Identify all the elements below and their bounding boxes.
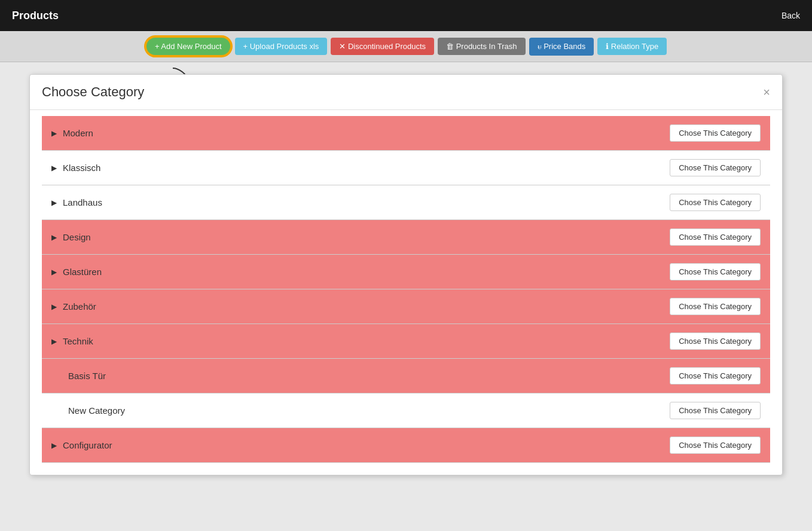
category-row-zubehoer: ▶ZubehörChose This Category (42, 289, 770, 324)
main-area: Choose Category × ▶ModernChose This Cate… (0, 62, 812, 487)
chose-category-button-zubehoer[interactable]: Chose This Category (670, 298, 761, 315)
add-new-product-button[interactable]: + Add New Product (145, 36, 231, 56)
expand-icon-configurator[interactable]: ▶ (51, 441, 57, 450)
category-label-zubehoer: Zubehör (63, 301, 96, 312)
chose-category-button-technik[interactable]: Chose This Category (670, 332, 761, 350)
category-name-glastueren: ▶Glastüren (51, 267, 670, 277)
expand-icon-technik[interactable]: ▶ (51, 337, 57, 346)
top-bar: Products Back (0, 0, 812, 31)
modal-header: Choose Category × (30, 75, 782, 110)
chose-category-button-configurator[interactable]: Chose This Category (670, 437, 761, 454)
chose-category-button-glastueren[interactable]: Chose This Category (670, 263, 761, 280)
category-row-configurator: ▶ConfiguratorChose This Category (42, 428, 770, 463)
category-row-klassisch: ▶KlassischChose This Category (42, 151, 770, 185)
choose-category-modal: Choose Category × ▶ModernChose This Cate… (29, 74, 783, 475)
category-row-landhaus: ▶LandhausChose This Category (42, 185, 770, 220)
chose-category-button-landhaus[interactable]: Chose This Category (670, 194, 761, 211)
discontinued-products-button[interactable]: ✕ Discontinued Products (331, 38, 434, 55)
category-label-design: Design (63, 232, 91, 242)
category-row-basis-tur: Basis TürChose This Category (42, 359, 770, 393)
category-name-technik: ▶Technik (51, 336, 670, 346)
category-name-modern: ▶Modern (51, 128, 670, 138)
back-button[interactable]: Back (782, 11, 800, 20)
expand-icon-zubehoer[interactable]: ▶ (51, 303, 57, 311)
toolbar: + Add New Product + Upload Products xls … (0, 31, 812, 62)
page-title: Products (12, 10, 59, 22)
category-name-configurator: ▶Configurator (51, 440, 670, 450)
expand-icon-modern[interactable]: ▶ (51, 129, 57, 138)
category-row-design: ▶DesignChose This Category (42, 220, 770, 255)
category-name-zubehoer: ▶Zubehör (51, 301, 670, 312)
category-row-glastueren: ▶GlastürenChose This Category (42, 255, 770, 289)
category-label-modern: Modern (63, 128, 93, 138)
expand-icon-klassisch[interactable]: ▶ (51, 164, 57, 172)
category-label-new-category: New Category (68, 405, 125, 416)
category-name-klassisch: ▶Klassisch (51, 163, 670, 173)
category-name-basis-tur: Basis Tür (51, 371, 670, 381)
category-name-design: ▶Design (51, 232, 670, 242)
chose-category-button-design[interactable]: Chose This Category (670, 228, 761, 246)
category-label-landhaus: Landhaus (63, 197, 102, 207)
upload-xls-button[interactable]: + Upload Products xls (235, 38, 328, 55)
category-label-klassisch: Klassisch (63, 163, 100, 173)
category-row-modern: ▶ModernChose This Category (42, 116, 770, 151)
chose-category-button-modern[interactable]: Chose This Category (670, 124, 761, 142)
expand-icon-design[interactable]: ▶ (51, 233, 57, 242)
expand-icon-landhaus[interactable]: ▶ (51, 199, 57, 207)
category-label-technik: Technik (63, 336, 93, 346)
expand-icon-glastueren[interactable]: ▶ (51, 268, 57, 276)
category-row-new-category: New CategoryChose This Category (42, 393, 770, 428)
chose-category-button-klassisch[interactable]: Chose This Category (670, 159, 761, 176)
price-bands-button[interactable]: ᵾ Price Bands (529, 38, 594, 56)
products-trash-button[interactable]: 🗑 Products In Trash (438, 38, 526, 55)
chose-category-button-new-category[interactable]: Chose This Category (670, 402, 761, 419)
chose-category-button-basis-tur[interactable]: Chose This Category (670, 367, 761, 384)
relation-type-button[interactable]: ℹ Relation Type (597, 38, 667, 55)
category-label-glastueren: Glastüren (63, 267, 102, 277)
modal-title: Choose Category (42, 84, 144, 100)
modal-body: ▶ModernChose This Category▶KlassischChos… (30, 110, 782, 475)
category-name-landhaus: ▶Landhaus (51, 197, 670, 207)
category-name-new-category: New Category (51, 405, 670, 416)
category-label-basis-tur: Basis Tür (68, 371, 106, 381)
category-list: ▶ModernChose This Category▶KlassischChos… (42, 116, 770, 463)
category-row-technik: ▶TechnikChose This Category (42, 324, 770, 359)
category-label-configurator: Configurator (63, 440, 112, 450)
modal-close-button[interactable]: × (763, 86, 770, 98)
